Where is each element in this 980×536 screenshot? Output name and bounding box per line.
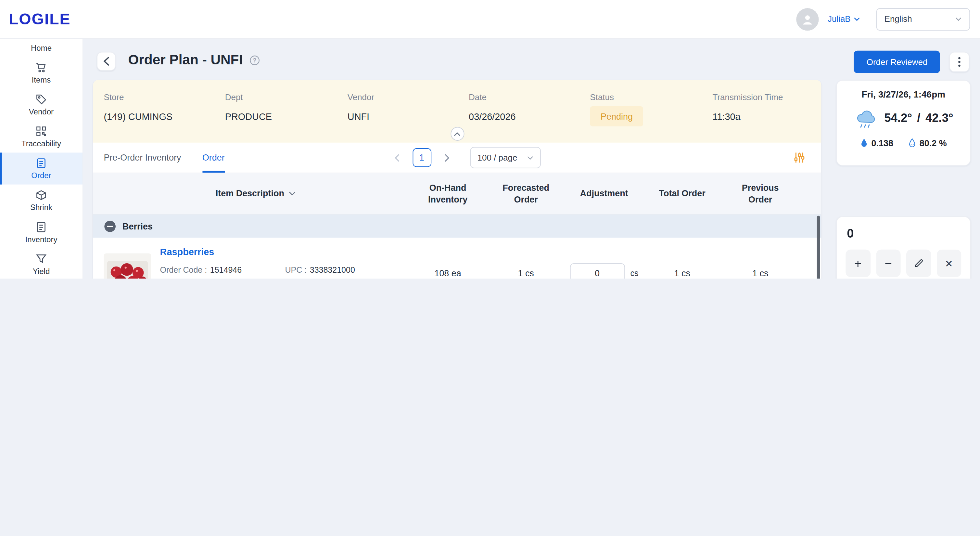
group-name: Berries xyxy=(123,221,153,231)
top-header: LOGILE JuliaB English xyxy=(0,0,980,39)
column-total-order: Total Order xyxy=(643,188,721,199)
page-size-select[interactable]: 100 / page xyxy=(470,147,541,168)
rain-cloud-icon xyxy=(854,106,879,130)
sidebar-item-label: Shrink xyxy=(30,203,52,212)
kebab-icon xyxy=(958,57,961,67)
chevron-left-icon xyxy=(395,153,399,161)
kebab-menu-button[interactable] xyxy=(950,52,970,72)
info-dept: Dept PRODUCE xyxy=(225,93,348,143)
column-adjustment: Adjustment xyxy=(565,188,643,199)
column-previous-order: Previous Order xyxy=(721,182,799,206)
sidebar-item-label: Home xyxy=(31,43,52,52)
product-image-raspberries xyxy=(103,253,151,279)
info-store: Store (149) CUMINGS xyxy=(103,93,225,143)
tag-icon xyxy=(35,93,48,106)
adjustment-input[interactable] xyxy=(570,263,625,279)
sidebar-item-label: Order xyxy=(31,171,51,180)
order-plan-card: Store (149) CUMINGS Dept PRODUCE Vendor … xyxy=(93,80,821,279)
numpad-clear-key[interactable]: × xyxy=(937,250,961,277)
order-code: Order Code :1514946 xyxy=(160,265,285,275)
info-value: UNFI xyxy=(348,111,469,122)
pagination-prev[interactable] xyxy=(388,150,405,166)
numpad-plus-key[interactable]: + xyxy=(846,250,870,277)
numpad: 0 + − × 7 8 9 4 5 6 1 2 xyxy=(836,217,970,279)
info-status: Status Pending xyxy=(590,93,712,143)
sidebar-item-home[interactable]: Home xyxy=(0,39,83,57)
logile-logo: LOGILE xyxy=(9,10,71,28)
user-menu[interactable]: JuliaB xyxy=(828,14,860,24)
sidebar-item-label: Vendor xyxy=(29,108,54,116)
total-order-value: 1 cs xyxy=(643,268,721,278)
tab-order[interactable]: Order xyxy=(202,143,225,172)
help-icon[interactable]: ? xyxy=(250,54,260,65)
sidebar-item-shrink[interactable]: Shrink xyxy=(0,185,83,217)
tabs-bar: Pre-Order Inventory Order 1 100 / page xyxy=(93,143,821,173)
weather-card: Fri, 3/27/26, 1:46pm 54.2° / 42.3° xyxy=(836,80,970,166)
info-transmission-time: Transmission Time 11:30a xyxy=(712,93,821,143)
sidebar-item-order[interactable]: Order xyxy=(0,152,83,184)
upc: UPC :3338321000 xyxy=(285,265,355,275)
main-content: Order Plan - UNFI ? Order Reviewed Store… xyxy=(83,39,980,279)
info-label: Date xyxy=(469,93,590,102)
humidity-stat: 80.2 % xyxy=(908,138,947,148)
info-value: PRODUCE xyxy=(225,111,348,122)
chevron-down-icon xyxy=(527,155,533,160)
numpad-minus-key[interactable]: − xyxy=(876,250,901,277)
sidebar: Home Items Vendor Traceability Order Shr… xyxy=(0,39,83,279)
collapse-group-icon[interactable] xyxy=(104,220,116,232)
chevron-up-icon xyxy=(454,132,461,136)
pencil-icon xyxy=(913,258,924,269)
sidebar-item-vendor[interactable]: Vendor xyxy=(0,89,83,121)
numpad-edit-key[interactable] xyxy=(906,250,931,277)
sidebar-item-label: Items xyxy=(32,76,51,85)
temp-separator: / xyxy=(917,111,920,125)
funnel-icon xyxy=(35,252,48,265)
app: LOGILE JuliaB English Home Items Vendo xyxy=(0,0,980,279)
order-reviewed-button[interactable]: Order Reviewed xyxy=(854,51,940,73)
collapse-info-button[interactable] xyxy=(450,127,464,141)
avatar[interactable] xyxy=(797,8,819,30)
chevron-down-icon xyxy=(854,17,860,21)
table-row-raspberries: Raspberries Order Code :1514946 UPC :333… xyxy=(93,238,821,279)
qr-icon xyxy=(35,125,48,137)
info-label: Transmission Time xyxy=(712,93,821,102)
back-button[interactable] xyxy=(97,52,116,71)
numpad-display: 0 xyxy=(847,227,961,241)
info-value: 03/26/2026 xyxy=(469,111,590,122)
product-link[interactable]: Raspberries xyxy=(160,246,215,257)
pagination-next[interactable] xyxy=(439,150,455,166)
pagination-page[interactable]: 1 xyxy=(412,148,431,167)
sidebar-item-items[interactable]: Items xyxy=(0,57,83,89)
filter-icon[interactable] xyxy=(792,151,806,164)
column-forecasted-order: Forecasted Order xyxy=(487,182,565,206)
order-info-bar: Store (149) CUMINGS Dept PRODUCE Vendor … xyxy=(93,80,821,142)
info-label: Status xyxy=(590,93,712,102)
precipitation-stat: 0.138 xyxy=(860,138,893,148)
status-badge: Pending xyxy=(590,106,643,126)
info-value: 11:30a xyxy=(712,111,821,122)
group-row-berries[interactable]: Berries xyxy=(93,215,821,238)
droplet-icon xyxy=(860,138,868,148)
scrollbar-thumb[interactable] xyxy=(817,216,820,279)
info-label: Store xyxy=(103,93,225,102)
sliders-icon xyxy=(792,151,806,164)
sidebar-item-traceability[interactable]: Traceability xyxy=(0,121,83,152)
sidebar-item-inventory[interactable]: Inventory xyxy=(0,217,83,248)
temp-high: 54.2° xyxy=(884,111,912,125)
info-label: Dept xyxy=(225,93,348,102)
column-item-description[interactable]: Item Description xyxy=(93,188,409,199)
svg-text:?: ? xyxy=(253,57,257,64)
temp-low: 42.3° xyxy=(926,111,953,125)
sidebar-item-label: Yield xyxy=(33,267,50,276)
sidebar-item-label: Traceability xyxy=(21,139,61,148)
humidity-icon xyxy=(908,138,916,148)
language-select[interactable]: English xyxy=(877,8,970,30)
user-icon xyxy=(801,12,815,26)
sidebar-item-yield[interactable]: Yield xyxy=(0,248,83,279)
page-title-text: Order Plan - UNFI xyxy=(128,52,243,68)
adjustment-unit: cs xyxy=(630,268,638,278)
chevron-right-icon xyxy=(444,153,449,161)
language-value: English xyxy=(885,14,912,24)
pagination: 1 100 / page xyxy=(388,143,541,172)
tab-pre-order-inventory[interactable]: Pre-Order Inventory xyxy=(103,143,181,172)
